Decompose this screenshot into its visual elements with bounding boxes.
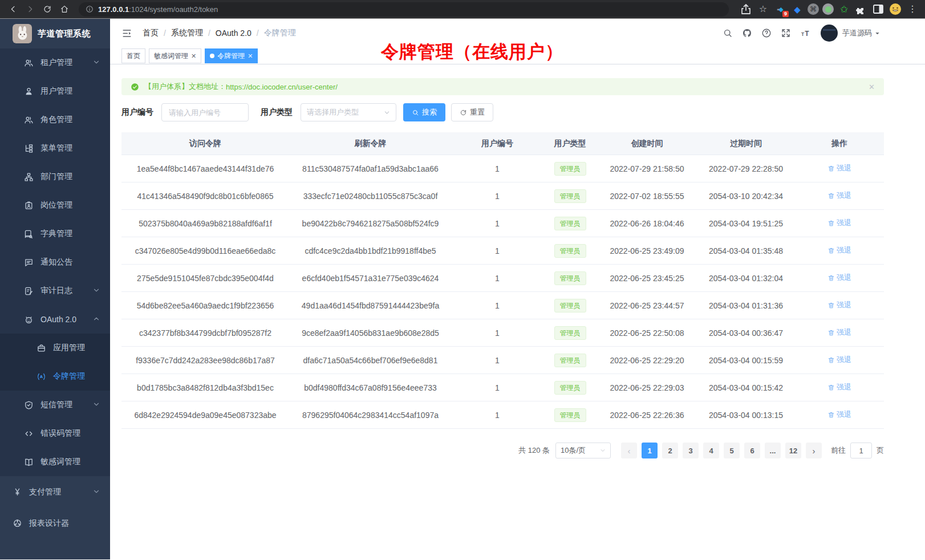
command-extension-icon[interactable]: ⌘ xyxy=(808,3,819,15)
pager: ‹123456...12› xyxy=(621,443,822,458)
tab-首页[interactable]: 首页 xyxy=(121,48,145,63)
sidebar-item-10[interactable]: OAuth 2.0 xyxy=(0,305,110,334)
app-logo[interactable]: 芋道管理系统 xyxy=(0,19,110,48)
sidebar-item-17[interactable]: 报表设计器 xyxy=(0,508,110,539)
force-logout-button[interactable]: 强退 xyxy=(827,327,851,338)
sidebar-item-16[interactable]: 支付管理 xyxy=(0,476,110,508)
force-logout-button[interactable]: 强退 xyxy=(827,355,851,365)
browser-menu-icon[interactable]: ⋮ xyxy=(906,2,919,17)
breadcrumb-item[interactable]: 系统管理 xyxy=(171,28,203,38)
breadcrumb-item[interactable]: OAuth 2.0 xyxy=(216,29,251,38)
sidebar-toggle-icon[interactable] xyxy=(871,2,885,17)
user-avatar[interactable] xyxy=(821,25,838,42)
page-button-3[interactable]: 3 xyxy=(683,443,699,458)
action-cell: 强退 xyxy=(795,409,884,420)
goto-page-input[interactable] xyxy=(850,443,872,458)
bookmark-star-icon[interactable]: ☆ xyxy=(756,2,770,17)
search-button[interactable]: 搜索 xyxy=(403,103,445,121)
back-icon[interactable] xyxy=(6,2,21,17)
force-logout-button[interactable]: 强退 xyxy=(827,382,851,392)
chevron-down-icon xyxy=(93,400,100,409)
doc-link[interactable]: https://doc.iocoder.cn/user-center/ xyxy=(226,83,338,91)
breadcrumb-item[interactable]: 首页 xyxy=(143,28,159,38)
fullscreen-icon[interactable] xyxy=(781,28,791,38)
sidebar-item-label: 令牌管理 xyxy=(53,371,85,382)
alert-close-icon[interactable]: ✕ xyxy=(869,83,875,91)
sidebar-item-9[interactable]: 审计日志 xyxy=(0,277,110,305)
sidebar-item-11[interactable]: 应用管理 xyxy=(0,334,110,362)
page-button-1[interactable]: 1 xyxy=(642,443,658,458)
goto-suffix: 页 xyxy=(877,445,884,456)
address-bar[interactable]: 127.0.0.1:1024/system/oauth2/token xyxy=(79,2,729,17)
tab-令牌管理[interactable]: 令牌管理✕ xyxy=(205,48,258,63)
chevron-down-icon xyxy=(93,286,100,295)
column-header: 过期时间 xyxy=(697,139,795,149)
user-id-cell: 1 xyxy=(452,274,543,283)
sidebar-item-14[interactable]: 错误码管理 xyxy=(0,419,110,448)
tab-close-icon[interactable]: ✕ xyxy=(248,53,253,59)
collapse-sidebar-icon[interactable] xyxy=(121,28,132,39)
access-token-cell: f9336e7c7dd242a283ee98dc86b17a87 xyxy=(121,356,289,365)
sidebar-item-4[interactable]: 菜单管理 xyxy=(0,134,110,163)
refresh-token-cell: dfa6c71a50a54c66bef706ef9e6e8d81 xyxy=(289,356,452,365)
forward-icon[interactable] xyxy=(23,2,38,17)
page-button-2[interactable]: 2 xyxy=(662,443,678,458)
puzzle-extension-icon[interactable] xyxy=(854,2,868,17)
reload-icon[interactable] xyxy=(40,2,55,17)
access-token-cell: b0d1785bc3a8482f812db4a3f3bd15ec xyxy=(121,383,289,392)
user-type-cell: 管理员 xyxy=(543,217,597,230)
tab-label: 令牌管理 xyxy=(217,51,245,61)
site-info-icon[interactable] xyxy=(86,5,98,13)
url-host: 127.0.0.1 xyxy=(98,5,129,14)
github-icon[interactable] xyxy=(742,28,752,38)
more-pages-button[interactable]: ... xyxy=(765,443,781,458)
home-icon[interactable] xyxy=(57,2,72,17)
page-button-5[interactable]: 5 xyxy=(724,443,740,458)
force-logout-button[interactable]: 强退 xyxy=(827,300,851,310)
force-logout-button[interactable]: 强退 xyxy=(827,245,851,255)
tab-close-icon[interactable]: ✕ xyxy=(191,53,196,59)
caret-down-icon[interactable] xyxy=(874,30,881,36)
sidebar-item-8[interactable]: 通知公告 xyxy=(0,248,110,277)
logo-rabbit-image xyxy=(13,24,32,43)
user-type-select[interactable]: 请选择用户类型 xyxy=(301,103,396,121)
search-icon[interactable] xyxy=(723,28,733,38)
prev-page-button[interactable]: ‹ xyxy=(621,443,637,458)
user-type-cell: 管理员 xyxy=(543,381,597,395)
force-logout-button[interactable]: 强退 xyxy=(827,409,851,420)
force-logout-button[interactable]: 强退 xyxy=(827,190,851,201)
help-icon[interactable] xyxy=(761,28,772,38)
profile-avatar[interactable] xyxy=(889,2,902,17)
sidebar-item-3[interactable]: 角色管理 xyxy=(0,105,110,134)
url-path: :1024/system/oauth2/token xyxy=(129,5,218,14)
sidebar-item-1[interactable]: 租户管理 xyxy=(0,48,110,77)
star-extension-icon[interactable]: ✩ xyxy=(837,2,851,17)
next-page-button[interactable]: › xyxy=(806,443,822,458)
page-button-4[interactable]: 4 xyxy=(703,443,719,458)
tab-label: 首页 xyxy=(127,51,140,61)
font-size-icon[interactable]: TT xyxy=(800,28,810,38)
sidebar-item-13[interactable]: 短信管理 xyxy=(0,391,110,419)
reset-button[interactable]: 重置 xyxy=(451,103,493,121)
user-id-input[interactable] xyxy=(161,103,249,121)
sidebar-item-7[interactable]: 字典管理 xyxy=(0,220,110,248)
username[interactable]: 芋道源码 xyxy=(842,28,872,38)
force-logout-button[interactable]: 强退 xyxy=(827,163,851,173)
tab-敏感词管理[interactable]: 敏感词管理✕ xyxy=(149,48,201,63)
recorder-extension-icon[interactable] xyxy=(822,3,834,15)
sidebar-item-2[interactable]: 用户管理 xyxy=(0,77,110,105)
sidebar-item-6[interactable]: 岗位管理 xyxy=(0,191,110,220)
page-size-select[interactable]: 10条/页 xyxy=(555,443,611,458)
share-icon[interactable] xyxy=(739,2,753,17)
column-header: 用户类型 xyxy=(543,139,597,149)
force-logout-button[interactable]: 强退 xyxy=(827,273,851,283)
sidebar-item-12[interactable]: A令牌管理 xyxy=(0,362,110,391)
page-button-6[interactable]: 6 xyxy=(744,443,760,458)
breadcrumb: 首页/系统管理/OAuth 2.0/令牌管理 xyxy=(143,28,713,38)
dashboard-extension-icon[interactable]: ▪▪◆ 9 xyxy=(773,2,787,17)
sidebar-item-5[interactable]: 部门管理 xyxy=(0,163,110,191)
force-logout-button[interactable]: 强退 xyxy=(827,218,851,228)
page-button-12[interactable]: 12 xyxy=(785,443,801,458)
sidebar-item-15[interactable]: 敏感词管理 xyxy=(0,448,110,476)
gem-extension-icon[interactable]: ◆ xyxy=(790,2,804,17)
